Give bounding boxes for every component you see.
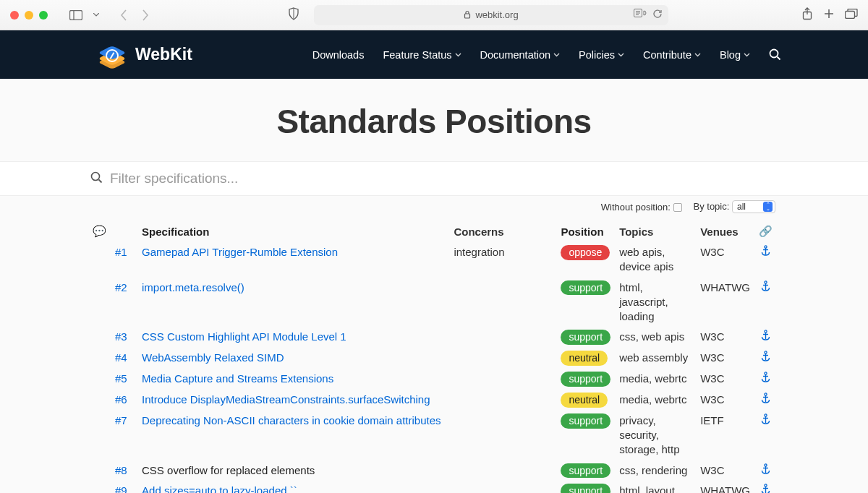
maximize-window-button[interactable]	[39, 11, 48, 20]
row-id-link[interactable]: #1	[115, 246, 127, 258]
row-spec-link[interactable]: CSS Custom Highlight API Module Level 1	[142, 330, 346, 343]
back-button[interactable]	[114, 7, 133, 24]
col-position: Position	[556, 219, 615, 242]
filter-controls: Without position: By topic: all ⌃⌄	[0, 196, 868, 213]
row-id-link[interactable]: #5	[115, 372, 127, 385]
position-badge: support	[561, 372, 610, 387]
nav-item-contribute[interactable]: Contribute	[643, 49, 701, 61]
position-badge: neutral	[561, 393, 608, 408]
row-spec-link[interactable]: Gamepad API Trigger-Rumble Extension	[142, 246, 338, 258]
row-spec-link[interactable]: Add sizes=auto to lazy-loaded ``	[142, 484, 297, 493]
row-topics: privacy, security, storage, http	[619, 414, 679, 456]
minimize-window-button[interactable]	[25, 11, 33, 20]
sidebar-dropdown-button[interactable]	[87, 7, 106, 24]
forward-button[interactable]	[136, 7, 155, 24]
row-concerns: integration	[454, 246, 504, 258]
sidebar-toggle-button[interactable]	[67, 7, 85, 24]
topic-select-value: all	[737, 202, 746, 212]
row-topics: web apis, device apis	[619, 246, 673, 273]
svg-point-22	[765, 330, 767, 333]
row-venues: W3C	[700, 330, 724, 343]
row-id-link[interactable]: #6	[115, 393, 127, 406]
address-bar[interactable]: webkit.org	[314, 5, 668, 25]
row-spec-link[interactable]: import.meta.resolve()	[142, 281, 244, 293]
close-window-button[interactable]	[10, 11, 19, 20]
svg-point-16	[765, 246, 767, 248]
permalink-icon[interactable]	[761, 484, 770, 493]
nav-item-downloads[interactable]: Downloads	[312, 49, 365, 61]
row-venues: W3C	[700, 372, 724, 385]
lock-icon	[464, 10, 471, 20]
permalink-icon[interactable]	[761, 330, 770, 343]
page-title: Standards Positions	[0, 79, 868, 161]
nav-item-policies[interactable]: Policies	[579, 49, 624, 61]
tabs-overview-button[interactable]	[845, 9, 858, 22]
table-row: #5Media Capture and Streams Extensionssu…	[88, 369, 777, 390]
nav-item-blog[interactable]: Blog	[720, 49, 750, 61]
chevron-down-icon	[455, 51, 461, 59]
share-button[interactable]	[801, 7, 813, 23]
nav-item-documentation[interactable]: Documentation	[480, 49, 561, 61]
svg-point-40	[765, 484, 767, 486]
table-row: #2import.meta.resolve()supporthtml, java…	[88, 278, 777, 327]
comment-column-icon: 💬	[93, 225, 106, 237]
svg-rect-3	[465, 14, 470, 18]
privacy-shield-icon[interactable]	[288, 7, 299, 23]
new-tab-button[interactable]	[823, 8, 835, 22]
select-arrows-icon: ⌃⌄	[763, 202, 773, 212]
nav-search-button[interactable]	[769, 48, 781, 61]
permalink-icon[interactable]	[761, 246, 770, 258]
permalink-icon[interactable]	[761, 351, 770, 364]
position-badge: support	[561, 413, 610, 429]
position-badge: neutral	[561, 351, 608, 366]
nav-item-label: Policies	[579, 49, 615, 61]
nav-item-feature-status[interactable]: Feature Status	[383, 49, 461, 61]
positions-table: 💬 Specification Concerns Position Topics…	[88, 219, 777, 493]
position-badge: oppose	[561, 245, 610, 260]
table-row: #1Gamepad API Trigger-Rumble Extensionin…	[88, 242, 777, 278]
col-specification: Specification	[137, 219, 449, 242]
site-logo[interactable]: WebKit	[98, 40, 192, 69]
row-spec-link[interactable]: Media Capture and Streams Extensions	[142, 372, 333, 385]
row-spec-link[interactable]: Introduce DisplayMediaStreamConstraints.…	[142, 393, 430, 406]
row-id-link[interactable]: #2	[115, 281, 127, 293]
webkit-logo-icon	[98, 40, 127, 69]
permalink-icon[interactable]	[761, 414, 770, 426]
col-topics: Topics	[615, 219, 696, 242]
row-id-link[interactable]: #4	[115, 351, 127, 364]
row-venues: IETF	[700, 414, 724, 426]
site-header: WebKit DownloadsFeature StatusDocumentat…	[0, 30, 868, 79]
table-row: #9Add sizes=auto to lazy-loaded ``suppor…	[88, 481, 777, 493]
row-id-link[interactable]: #9	[115, 484, 127, 493]
svg-point-34	[765, 414, 767, 416]
reload-button[interactable]	[652, 9, 663, 21]
reader-mode-icon[interactable]	[634, 9, 647, 21]
row-id-link[interactable]: #7	[115, 414, 127, 426]
table-row: #7Deprecating Non-ASCII characters in co…	[88, 411, 777, 460]
position-badge: support	[561, 484, 610, 493]
permalink-icon[interactable]	[761, 281, 770, 293]
row-topics: css, rendering	[619, 464, 687, 476]
filter-input[interactable]	[110, 171, 868, 187]
row-spec-link[interactable]: Deprecating Non-ASCII characters in cook…	[142, 414, 441, 426]
permalink-icon[interactable]	[761, 393, 770, 406]
svg-point-31	[765, 393, 767, 395]
svg-point-28	[765, 372, 767, 374]
permalink-icon[interactable]	[761, 464, 770, 476]
row-spec-link[interactable]: WebAssembly Relaxed SIMD	[142, 351, 284, 364]
row-id-link[interactable]: #8	[115, 464, 127, 476]
without-position-label: Without position:	[601, 202, 671, 213]
chevron-down-icon	[694, 51, 701, 59]
without-position-checkbox[interactable]	[673, 203, 682, 212]
row-topics: web assembly	[619, 351, 688, 364]
row-spec-text: CSS overflow for replaced elements	[142, 464, 315, 476]
svg-rect-0	[70, 10, 82, 20]
chevron-down-icon	[744, 51, 750, 59]
svg-rect-11	[846, 11, 855, 18]
topic-select[interactable]: all ⌃⌄	[732, 200, 775, 213]
row-topics: html, layout, loading, images	[619, 484, 678, 493]
nav-item-label: Feature Status	[383, 49, 451, 61]
row-id-link[interactable]: #3	[115, 330, 127, 343]
permalink-icon[interactable]	[761, 372, 770, 385]
row-venues: W3C	[700, 246, 724, 258]
